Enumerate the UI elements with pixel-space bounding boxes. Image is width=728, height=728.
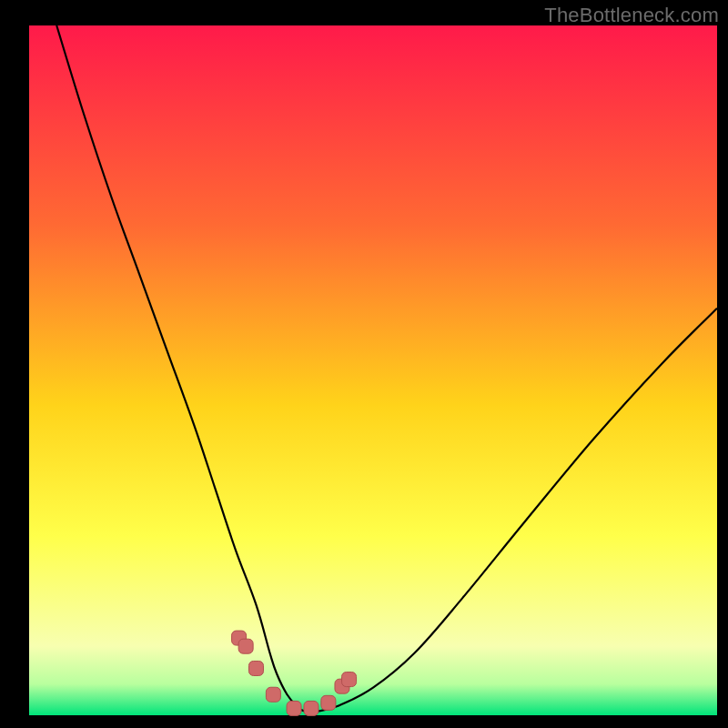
curve-marker [342, 672, 357, 687]
watermark-text: TheBottleneck.com [544, 4, 719, 27]
curve-marker [287, 701, 301, 715]
curve-marker [266, 687, 280, 702]
curve-marker [321, 695, 336, 710]
curve-marker [248, 661, 263, 675]
curve-marker [238, 639, 253, 653]
chart-frame: TheBottleneck.com [0, 0, 728, 728]
bottleneck-plot [0, 0, 728, 728]
curve-marker [304, 701, 318, 715]
plot-background [29, 25, 717, 715]
